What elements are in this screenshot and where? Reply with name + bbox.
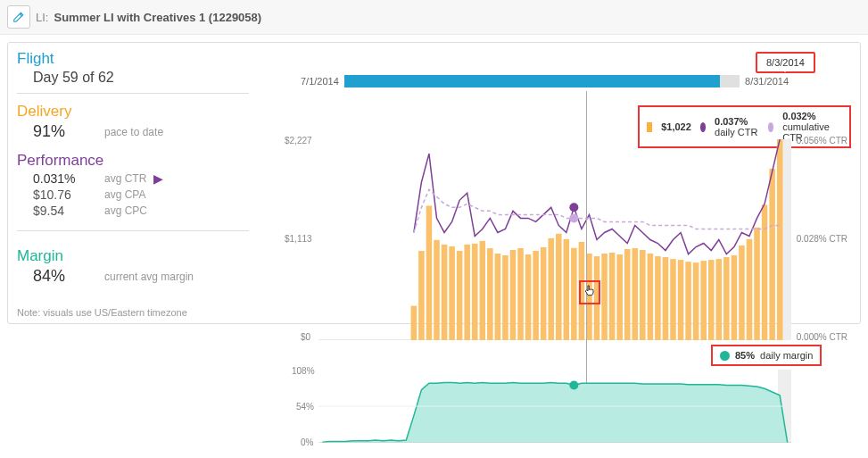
svg-point-51 xyxy=(569,203,578,212)
page-header: LI: Summer LI with Creatives 1 (1229058) xyxy=(0,0,868,35)
svg-rect-22 xyxy=(564,239,570,340)
m-bot: 0% xyxy=(301,437,313,447)
margin-metric: 84% current avg margin xyxy=(33,267,249,286)
legend-daily-ctr: 0.037% xyxy=(715,116,748,127)
legend-swatch-cum xyxy=(768,122,773,132)
svg-rect-35 xyxy=(663,257,669,340)
delivery-heading: Delivery xyxy=(17,103,249,121)
svg-rect-37 xyxy=(678,260,684,340)
flight-start: 7/1/2014 xyxy=(301,76,339,87)
m-mid: 54% xyxy=(296,402,314,412)
svg-rect-9 xyxy=(464,245,470,340)
legend-swatch-margin xyxy=(720,351,730,361)
svg-rect-33 xyxy=(648,254,654,340)
svg-rect-28 xyxy=(609,253,616,340)
flight-day: Day 59 of 62 xyxy=(33,70,249,86)
svg-rect-46 xyxy=(747,239,753,340)
divider xyxy=(17,230,249,231)
legend-cost: $1,022 xyxy=(661,121,691,132)
metrics-sidebar: Flight Day 59 of 62 Delivery 91% pace to… xyxy=(17,50,256,318)
svg-rect-40 xyxy=(700,261,707,340)
perf-lbl: avg CPC xyxy=(104,204,147,217)
margin-label: current avg margin xyxy=(104,271,194,283)
flight-heading: Flight xyxy=(17,50,249,68)
svg-rect-50 xyxy=(777,139,783,340)
svg-rect-48 xyxy=(762,204,768,340)
svg-rect-49 xyxy=(769,169,775,340)
perf-lbl: avg CPA xyxy=(104,188,145,201)
svg-rect-39 xyxy=(693,262,699,340)
svg-rect-38 xyxy=(685,262,691,340)
margin-heading: Margin xyxy=(17,247,249,265)
caret-icon[interactable]: ▶ xyxy=(153,171,163,186)
svg-rect-11 xyxy=(480,241,486,340)
svg-rect-34 xyxy=(655,256,661,340)
perf-val: $9.54 xyxy=(33,204,104,218)
svg-rect-18 xyxy=(533,251,539,340)
svg-rect-3 xyxy=(418,251,425,340)
svg-point-52 xyxy=(569,213,578,222)
svg-rect-17 xyxy=(525,254,532,340)
svg-rect-21 xyxy=(556,234,562,340)
svg-marker-54 xyxy=(318,382,791,443)
svg-rect-7 xyxy=(449,246,455,340)
svg-rect-31 xyxy=(632,248,638,340)
cursor-indicator xyxy=(579,280,600,304)
svg-rect-47 xyxy=(754,228,760,340)
edit-button[interactable] xyxy=(7,5,30,29)
pointer-icon xyxy=(583,284,597,298)
margin-chart[interactable] xyxy=(318,370,791,443)
svg-rect-14 xyxy=(502,255,508,340)
flight-track[interactable] xyxy=(344,75,740,87)
perf-row: $10.76avg CPA xyxy=(33,187,249,202)
perf-lbl: avg CTR xyxy=(104,172,146,185)
edit-icon xyxy=(12,11,25,23)
svg-rect-45 xyxy=(739,246,745,340)
margin-hover-val: 85% xyxy=(735,350,755,361)
svg-rect-15 xyxy=(510,250,517,340)
legend-swatch-daily xyxy=(700,122,706,132)
margin-value: 84% xyxy=(33,267,104,286)
timezone-note: Note: visuals use US/Eastern timezone xyxy=(17,307,249,318)
perf-row: 0.031%avg CTR▶ xyxy=(33,171,249,186)
y-left-top: $2,227 xyxy=(285,136,312,146)
legend-swatch-spend xyxy=(647,122,652,132)
svg-rect-8 xyxy=(457,251,463,340)
svg-rect-32 xyxy=(640,250,646,340)
legend-cum-ctr: 0.032% xyxy=(782,111,815,121)
chart-area[interactable]: 8/3/2014 7/1/2014 8/31/2014 $1,022 0.037… xyxy=(256,50,851,318)
margin-hover-lbl: daily margin xyxy=(760,350,813,361)
svg-rect-12 xyxy=(487,248,493,340)
delivery-chart[interactable] xyxy=(318,139,791,340)
svg-rect-43 xyxy=(723,257,730,340)
margin-legend-callout: 85% daily margin xyxy=(711,345,822,366)
svg-rect-6 xyxy=(442,245,448,340)
legend-daily-lbl: daily CTR xyxy=(715,127,757,137)
flight-progress: 7/1/2014 8/31/2014 xyxy=(301,75,789,87)
svg-point-57 xyxy=(569,380,578,389)
y-right-bot: 0.000% CTR xyxy=(797,332,847,342)
svg-rect-20 xyxy=(548,238,554,340)
svg-rect-23 xyxy=(571,248,577,340)
svg-rect-41 xyxy=(708,260,715,340)
dashboard-card: Flight Day 59 of 62 Delivery 91% pace to… xyxy=(7,42,861,324)
pace-value: 91% xyxy=(33,122,104,141)
m-top: 108% xyxy=(292,366,315,376)
y-right-top: 0.056% CTR xyxy=(797,136,847,146)
divider xyxy=(17,93,249,94)
svg-rect-13 xyxy=(495,254,501,340)
y-right-mid: 0.028% CTR xyxy=(797,234,847,244)
svg-rect-30 xyxy=(624,249,631,340)
svg-rect-2 xyxy=(411,306,417,340)
svg-rect-29 xyxy=(616,254,623,340)
svg-rect-44 xyxy=(732,255,738,340)
y-left-bot: $0 xyxy=(301,332,310,342)
svg-rect-42 xyxy=(716,259,723,340)
flight-fill xyxy=(344,75,720,87)
pace-label: pace to date xyxy=(104,126,163,138)
perf-val: $10.76 xyxy=(33,187,104,202)
svg-rect-19 xyxy=(541,247,547,340)
delivery-pace: 91% pace to date xyxy=(33,122,249,141)
svg-rect-5 xyxy=(434,240,440,340)
svg-rect-27 xyxy=(601,254,608,340)
